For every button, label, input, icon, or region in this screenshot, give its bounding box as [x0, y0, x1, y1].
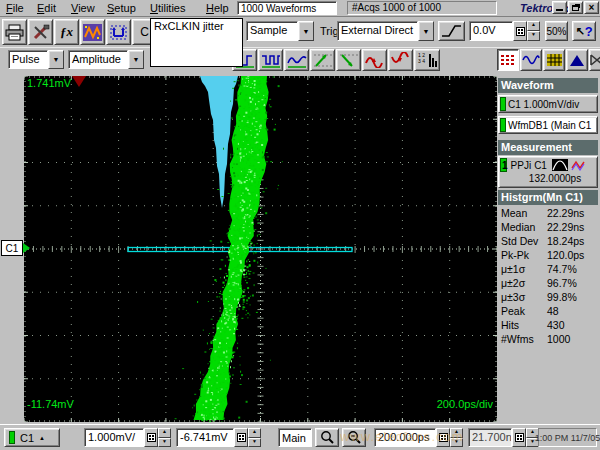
timebase-readout: 200.0ps/div — [437, 398, 493, 410]
context-help-button[interactable]: ↖? — [572, 21, 596, 41]
stat-row-wfms: #Wfms1000 — [501, 333, 598, 347]
trigger-position-marker[interactable] — [72, 76, 86, 87]
negative-width-icon — [391, 52, 411, 68]
keypad-button[interactable] — [234, 428, 248, 447]
keypad-button[interactable] — [512, 428, 526, 447]
stat-value: 18.24ps — [547, 235, 598, 249]
keypad-button[interactable] — [513, 21, 527, 41]
spin-up-button[interactable]: ▲ — [158, 428, 171, 438]
timebase-mode-field[interactable]: Main — [278, 428, 312, 447]
display-dots-button[interactable] — [497, 49, 519, 71]
keypad-button[interactable] — [144, 428, 158, 447]
measure-category-dropdown[interactable]: Pulse ▼ — [8, 50, 64, 69]
bottom-scale-readout: -11.74mV — [27, 398, 74, 410]
measure-rise-button[interactable] — [310, 49, 335, 71]
waveform-item-wfmdb1[interactable]: WfmDB1 (Main C1 — [498, 116, 598, 134]
measure-frequency-button[interactable] — [258, 49, 283, 71]
stat-value: 74.7% — [547, 263, 598, 277]
waveform-icon — [83, 24, 102, 41]
horizontal-scale-input[interactable]: 200.000ps — [374, 428, 436, 447]
close-button[interactable]: × — [584, 1, 599, 14]
channel-select-label: C1 — [20, 432, 34, 444]
menu-bar: File Edit View Setup Utilities Help 1000… — [0, 0, 600, 17]
spin-down-button[interactable]: ▼ — [527, 31, 540, 41]
waveform-section-header: Waveform — [498, 78, 598, 93]
waveform-item-c1[interactable]: C1 1.000mV/div — [498, 95, 598, 113]
chevron-down-icon[interactable]: ▼ — [418, 21, 434, 41]
chevron-down-icon[interactable]: ▼ — [128, 50, 144, 69]
magnifier-icon — [320, 430, 335, 445]
stat-value: 1000 — [547, 333, 598, 347]
trigger-source-value: External Direct — [337, 21, 418, 41]
spin-down-button[interactable]: ▼ — [248, 438, 261, 448]
stat-row-hits: Hits430 — [501, 319, 598, 333]
chevron-down-icon[interactable]: ▼ — [298, 21, 314, 41]
bottom-control-bar: C1 ▲ 1.000mV/ ▲▼ -6.741mV ▲▼ Main — [0, 424, 600, 450]
zoom-in-button[interactable] — [315, 428, 339, 447]
display-mask-button[interactable] — [589, 49, 600, 71]
trigger-level-input[interactable]: 0.0V — [469, 21, 513, 41]
spin-up-button[interactable]: ▲ — [248, 428, 261, 438]
measure-pos-width-button[interactable] — [362, 49, 387, 71]
set-to-50pct-button[interactable]: 50% — [545, 21, 568, 41]
vertical-scale-input[interactable]: 1.000mV/ — [84, 428, 144, 447]
measurement-source: C1 — [534, 160, 547, 171]
trigger-slope-button[interactable] — [438, 21, 465, 41]
channel-c1-position-marker[interactable]: C1 — [1, 240, 23, 256]
keypad-icon — [439, 433, 448, 442]
stat-label: Peak — [501, 305, 547, 319]
clock-readout: 1:00 PM 11/7/05 — [538, 428, 597, 447]
waveform-display-button[interactable] — [80, 19, 105, 45]
channel-c1-marker-arrow — [23, 243, 30, 253]
vertical-offset-input[interactable]: -6.741mV — [176, 428, 234, 447]
spin-down-button[interactable]: ▼ — [158, 438, 171, 448]
dashed-trace-icon — [500, 53, 517, 67]
menu-edit[interactable]: Edit — [35, 2, 58, 14]
stat-row-mean: Mean22.29ns — [501, 207, 598, 221]
display-infinite-persist-button[interactable] — [543, 49, 565, 71]
spin-down-button[interactable]: ▼ — [450, 438, 463, 448]
minimize-button[interactable] — [552, 1, 567, 14]
spin-up-button[interactable]: ▲ — [527, 21, 540, 31]
stat-label: #Wfms — [501, 333, 547, 347]
horizontal-scale-control: 200.000ps ▲▼ — [374, 428, 463, 447]
stat-row-mu1sigma: μ±1σ74.7% — [501, 263, 598, 277]
stat-label: μ±1σ — [501, 263, 547, 277]
math-fx-button[interactable]: ƒx — [54, 19, 79, 45]
menu-help[interactable]: Help — [204, 2, 231, 14]
measurement-item-ppji[interactable]: 1 PPJi C1 132.0000ps — [498, 156, 598, 188]
zoom-out-button[interactable] — [342, 428, 366, 447]
menu-view[interactable]: View — [69, 2, 97, 14]
trigger-source-dropdown[interactable]: External Direct ▼ — [337, 21, 434, 41]
channel-select-button[interactable]: C1 ▲ — [4, 428, 60, 447]
keypad-button[interactable] — [436, 428, 450, 447]
tools-setup-button[interactable] — [28, 19, 53, 45]
measure-histogram-button[interactable]: 1 2 3 4 — [414, 49, 440, 71]
stat-row-peak: Peak48 — [501, 305, 598, 319]
print-button[interactable] — [2, 19, 27, 45]
measurement-index: 1 — [502, 160, 508, 171]
menu-setup[interactable]: Setup — [105, 2, 138, 14]
measure-type-value: Amplitude — [68, 50, 128, 69]
measure-cycle-button[interactable] — [284, 49, 309, 71]
fall-time-icon — [339, 52, 359, 68]
stat-label: Mean — [501, 207, 547, 221]
spin-up-button[interactable]: ▲ — [450, 428, 463, 438]
keypad-icon — [147, 433, 156, 442]
measure-neg-width-button[interactable] — [388, 49, 413, 71]
menu-file[interactable]: File — [4, 2, 26, 14]
menu-utilities[interactable]: Utilities — [148, 2, 187, 14]
graticule-svg — [24, 76, 497, 422]
display-vector-button[interactable] — [520, 49, 542, 71]
acquisition-mode-dropdown[interactable]: Sample ▼ — [246, 21, 314, 41]
zoom-tool-button[interactable] — [106, 19, 131, 45]
measure-fall-button[interactable] — [336, 49, 361, 71]
readout-sidebar: Waveform C1 1.000mV/div WfmDB1 (Main C1 … — [497, 74, 600, 424]
main-toolbar: ƒx C RxCLKIN jitter Sample ▼ Trig — [0, 17, 600, 48]
chevron-down-icon[interactable]: ▼ — [48, 50, 64, 69]
horizontal-position-input[interactable]: 21.700n — [468, 428, 512, 447]
restore-button[interactable] — [568, 1, 583, 14]
measure-type-dropdown[interactable]: Amplitude ▼ — [68, 50, 144, 69]
display-histogram-button[interactable] — [566, 49, 588, 71]
stat-row-stddev: Std Dev18.24ps — [501, 235, 598, 249]
